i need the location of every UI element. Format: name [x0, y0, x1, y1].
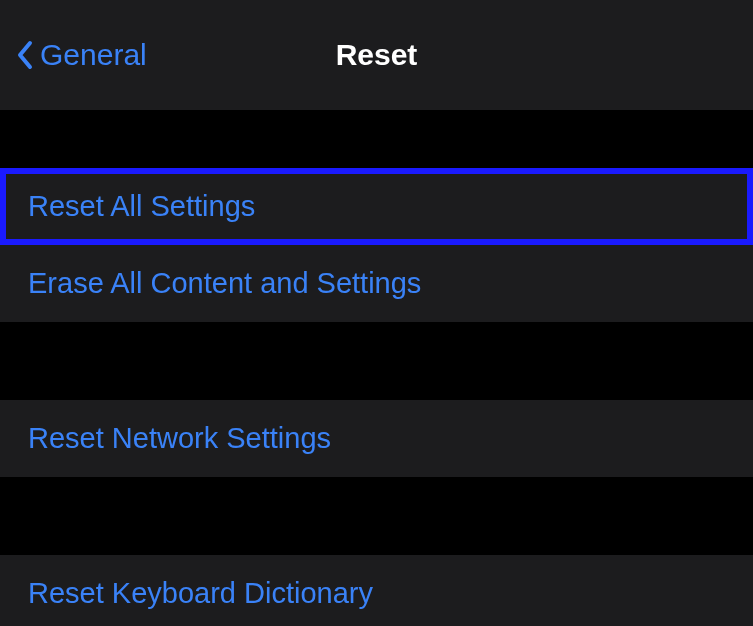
list-group-2: Reset Network Settings — [0, 400, 753, 477]
back-button-label: General — [40, 38, 147, 72]
chevron-left-icon — [16, 40, 34, 70]
list-item-label: Reset Network Settings — [28, 422, 331, 454]
back-button[interactable]: General — [16, 38, 147, 72]
reset-all-settings-item[interactable]: Reset All Settings — [0, 168, 753, 245]
reset-network-settings-item[interactable]: Reset Network Settings — [0, 400, 753, 477]
erase-all-content-item[interactable]: Erase All Content and Settings — [0, 245, 753, 322]
list-item-label: Reset All Settings — [28, 190, 255, 222]
section-spacer — [0, 322, 753, 400]
list-item-label: Erase All Content and Settings — [28, 267, 421, 299]
list-item-label: Reset Keyboard Dictionary — [28, 577, 373, 609]
list-group-3: Reset Keyboard Dictionary — [0, 555, 753, 626]
list-group-1: Reset All Settings Erase All Content and… — [0, 168, 753, 322]
reset-keyboard-dictionary-item[interactable]: Reset Keyboard Dictionary — [0, 555, 753, 626]
section-spacer — [0, 477, 753, 555]
page-title: Reset — [336, 38, 418, 72]
section-spacer — [0, 110, 753, 168]
navigation-bar: General Reset — [0, 0, 753, 110]
